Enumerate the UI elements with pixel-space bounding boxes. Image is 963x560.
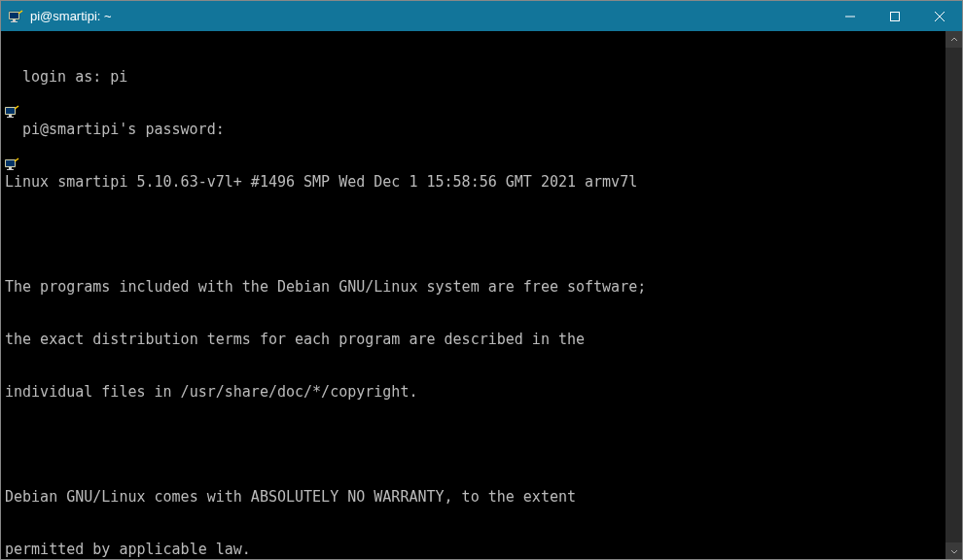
password-line: pi@smartipi's password: [5, 121, 945, 138]
password-text: pi@smartipi's password: [22, 121, 225, 138]
svg-rect-11 [7, 117, 14, 118]
scrollbar[interactable] [945, 31, 962, 559]
svg-rect-12 [5, 159, 16, 167]
terminal-container: login as: pi pi@smartipi's password: Lin… [1, 31, 962, 559]
motd-line: permitted by applicable law. [5, 541, 945, 558]
kernel-line: Linux smartipi 5.10.63-v7l+ #1496 SMP We… [5, 173, 945, 191]
window-controls [828, 1, 962, 31]
motd-line: the exact distribution terms for each pr… [5, 331, 945, 348]
minimize-icon [845, 12, 855, 21]
terminal[interactable]: login as: pi pi@smartipi's password: Lin… [1, 31, 945, 559]
svg-rect-1 [10, 13, 18, 18]
motd-line: individual files in /usr/share/doc/*/cop… [5, 383, 945, 401]
svg-rect-5 [891, 12, 900, 20]
putty-icon [9, 9, 24, 24]
chevron-up-icon [950, 36, 958, 44]
login-line: login as: pi [5, 68, 945, 86]
svg-rect-15 [7, 169, 14, 170]
motd-line: Debian GNU/Linux comes with ABSOLUTELY N… [5, 488, 945, 506]
svg-rect-13 [6, 160, 15, 166]
scrollbar-down-button[interactable] [945, 542, 962, 559]
maximize-button[interactable] [873, 1, 917, 31]
svg-rect-8 [5, 107, 16, 115]
minimize-button[interactable] [828, 1, 873, 31]
svg-rect-3 [11, 21, 18, 22]
session-icon [5, 69, 20, 85]
svg-rect-2 [13, 19, 16, 21]
titlebar[interactable]: pi@smartipi: ~ [1, 1, 962, 31]
blank-line [5, 226, 945, 243]
session-icon [5, 122, 20, 137]
motd-line: The programs included with the Debian GN… [5, 278, 945, 296]
window-title: pi@smartipi: ~ [30, 9, 828, 23]
login-text: login as: pi [22, 68, 127, 86]
svg-rect-10 [9, 115, 12, 117]
close-button[interactable] [917, 1, 962, 31]
blank-line [5, 436, 945, 453]
chevron-down-icon [950, 547, 958, 555]
putty-window: pi@smartipi: ~ [0, 0, 963, 560]
svg-rect-14 [9, 167, 12, 169]
maximize-icon [890, 12, 900, 21]
svg-rect-9 [6, 108, 15, 114]
scrollbar-up-button[interactable] [945, 31, 962, 48]
close-icon [935, 12, 945, 21]
